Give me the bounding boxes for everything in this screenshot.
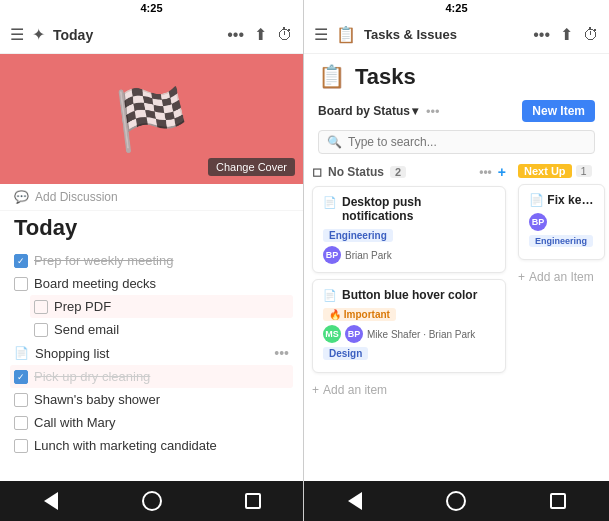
board-more-icon[interactable]: ••• — [426, 104, 440, 119]
next-up-column: Next Up 1 📄 Fix keyboa... BP Engineering… — [514, 162, 609, 477]
task-checkbox[interactable] — [14, 370, 28, 384]
no-status-add-icon[interactable]: + — [498, 164, 506, 180]
right-panel: 4:25 ☰ 📋 Tasks & Issues ••• ⬆ ⏱ 📋 Tasks … — [304, 0, 609, 521]
right-top-bar: ☰ 📋 Tasks & Issues ••• ⬆ ⏱ — [304, 16, 609, 54]
right-recents-button[interactable] — [538, 481, 578, 521]
history-icon[interactable]: ⏱ — [277, 26, 293, 44]
left-time: 4:25 — [140, 2, 162, 14]
tasks-icon: 📋 — [318, 64, 345, 90]
task-checkbox[interactable] — [14, 254, 28, 268]
next-up-add-item-button[interactable]: + Add an Item — [518, 266, 605, 288]
task-item[interactable]: Board meeting decks — [10, 272, 293, 295]
right-bottom-nav — [304, 481, 609, 521]
task-card[interactable]: 📄 Desktop push notifications Engineering… — [312, 186, 506, 273]
task-label: Prep PDF — [54, 299, 289, 314]
task-card[interactable]: 📄 Button blue hover color 🔥 Important MS… — [312, 279, 506, 373]
no-status-more-icon[interactable]: ••• — [479, 165, 492, 179]
cover-image: 🏁 Change Cover — [0, 54, 303, 184]
card-title: 📄 Button blue hover color — [323, 288, 495, 302]
task-item[interactable]: Send email — [30, 318, 293, 341]
no-status-col-header: ◻ No Status 2 ••• + — [312, 162, 506, 186]
right-history-icon[interactable]: ⏱ — [583, 25, 599, 44]
share-icon[interactable]: ⬆ — [254, 25, 267, 44]
task-item[interactable]: Prep for weekly meeting — [10, 249, 293, 272]
task-label: Send email — [54, 322, 289, 337]
task-label: Prep for weekly meeting — [34, 253, 289, 268]
avatar: BP — [323, 246, 341, 264]
add-item-label: Add an item — [323, 383, 387, 397]
search-input[interactable] — [348, 135, 586, 149]
task-label: Shawn's baby shower — [34, 392, 289, 407]
right-more-icon[interactable]: ••• — [533, 25, 550, 44]
board-by-status-selector[interactable]: Board by Status ▾ — [318, 104, 418, 118]
next-up-count: 1 — [576, 165, 592, 177]
back-button[interactable] — [31, 481, 71, 521]
change-cover-button[interactable]: Change Cover — [208, 158, 295, 176]
card-doc-icon: 📄 — [323, 289, 337, 302]
recents-button[interactable] — [233, 481, 273, 521]
right-home-button[interactable] — [436, 481, 476, 521]
card-tag-design[interactable]: Design — [323, 347, 368, 360]
home-icon — [142, 491, 162, 511]
task-item[interactable]: Shawn's baby shower — [10, 388, 293, 411]
left-bottom-nav — [0, 481, 303, 521]
task-item[interactable]: Lunch with marketing candidate — [10, 434, 293, 457]
card-tag-important[interactable]: 🔥 Important — [323, 308, 396, 321]
task-checkbox[interactable] — [14, 439, 28, 453]
chevron-down-icon: ▾ — [412, 104, 418, 118]
tasks-app-icon: 📋 — [336, 25, 356, 44]
card-doc-icon: 📄 — [323, 196, 337, 209]
add-discussion-button[interactable]: 💬 Add Discussion — [0, 184, 303, 211]
task-checkbox[interactable] — [14, 277, 28, 291]
task-item[interactable]: Call with Mary — [10, 411, 293, 434]
card-tag[interactable]: Engineering — [323, 229, 393, 242]
card-avatars: MS BP Mike Shafer · Brian Park — [323, 325, 495, 343]
today-icon[interactable]: ✦ — [32, 25, 45, 44]
right-menu-icon[interactable]: ☰ — [314, 25, 328, 44]
task-label: Pick up dry cleaning — [34, 369, 289, 384]
next-up-col-header: Next Up 1 — [518, 162, 605, 184]
avatar: BP — [345, 325, 363, 343]
more-icon[interactable]: ••• — [227, 26, 244, 44]
new-item-button[interactable]: New Item — [522, 100, 595, 122]
tasks-header: 📋 Tasks — [304, 54, 609, 96]
task-list: Prep for weekly meeting Board meeting de… — [0, 249, 303, 457]
board-columns: ◻ No Status 2 ••• + 📄 Desktop push notif… — [304, 158, 609, 481]
task-item[interactable]: Prep PDF — [30, 295, 293, 318]
task-item[interactable]: Pick up dry cleaning — [10, 365, 293, 388]
task-checkbox[interactable] — [34, 300, 48, 314]
add-item-icon: + — [312, 383, 319, 397]
no-status-icon: ◻ — [312, 165, 322, 179]
right-time: 4:25 — [445, 2, 467, 14]
card-title: 📄 Fix keyboa... — [529, 193, 594, 207]
add-item-button[interactable]: + Add an item — [312, 379, 506, 401]
back-icon — [348, 492, 362, 510]
page-title: Today — [0, 211, 303, 249]
left-top-title: Today — [53, 27, 93, 43]
home-button[interactable] — [132, 481, 172, 521]
task-item[interactable]: 📄 Shopping list ••• — [10, 341, 293, 365]
no-status-label: No Status — [328, 165, 384, 179]
avatar-name: Mike Shafer · Brian Park — [367, 329, 475, 340]
card-tag[interactable]: Engineering — [529, 235, 593, 247]
right-back-button[interactable] — [335, 481, 375, 521]
task-more-button[interactable]: ••• — [274, 345, 289, 361]
card-tags: Engineering — [323, 229, 495, 242]
task-card[interactable]: 📄 Fix keyboa... BP Engineering — [518, 184, 605, 260]
card-avatars: BP — [529, 213, 594, 231]
no-status-count: 2 — [390, 166, 406, 178]
task-checkbox[interactable] — [14, 416, 28, 430]
search-bar[interactable]: 🔍 — [318, 130, 595, 154]
left-panel: 4:25 ☰ ✦ Today ••• ⬆ ⏱ 🏁 Change Cover 💬 … — [0, 0, 304, 521]
avatar: MS — [323, 325, 341, 343]
avatar-name: Brian Park — [345, 250, 392, 261]
card-avatars: BP Brian Park — [323, 246, 495, 264]
card-tags: Engineering — [529, 235, 594, 247]
task-checkbox[interactable] — [14, 393, 28, 407]
back-icon — [44, 492, 58, 510]
card-tags-extra: Design — [323, 347, 495, 360]
task-checkbox[interactable] — [34, 323, 48, 337]
right-share-icon[interactable]: ⬆ — [560, 25, 573, 44]
left-status-bar: 4:25 — [0, 0, 303, 16]
menu-icon[interactable]: ☰ — [10, 25, 24, 44]
